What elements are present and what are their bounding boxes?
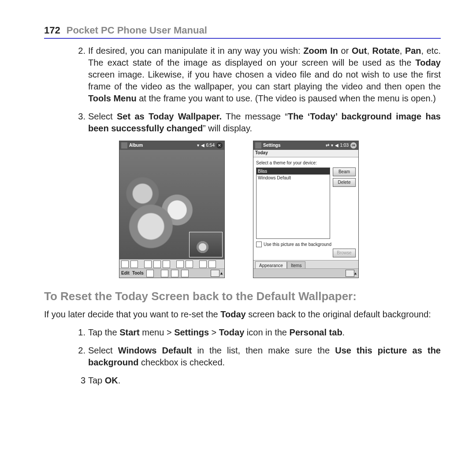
step-text: Tap OK.	[88, 375, 441, 387]
rotate-icon[interactable]	[176, 260, 184, 268]
manual-title: Pocket PC Phone User Manual	[67, 25, 207, 36]
close-icon[interactable]: ✕	[216, 142, 223, 149]
page-number: 172	[44, 25, 60, 36]
settings-titlebar: Settings ⇄ ▾ ◀ 1:03 ok	[253, 141, 358, 150]
theme-label: Select a theme for your device:	[256, 160, 356, 166]
keyboard-icon[interactable]	[211, 270, 219, 277]
reset-step-3: 3 Tap OK.	[44, 375, 441, 387]
step-text: Select Windows Default in the list, then…	[88, 345, 441, 368]
clock-text: 1:03	[340, 142, 349, 149]
play-icon[interactable]	[199, 260, 207, 268]
signal-icon: ▾	[197, 142, 199, 149]
theme-list[interactable]: Bliss Windows Default	[256, 167, 330, 239]
speaker-icon: ◀	[335, 142, 338, 149]
step-number: 1.	[44, 327, 88, 338]
speaker-icon: ◀	[201, 142, 205, 149]
tab-appearance[interactable]: Appearance	[255, 261, 287, 269]
screenshot-settings: Settings ⇄ ▾ ◀ 1:03 ok Today Select a th…	[253, 141, 359, 278]
keyboard-icon[interactable]	[346, 270, 354, 277]
album-toolbar	[119, 259, 224, 268]
step-number: 3.	[44, 111, 88, 134]
browse-button: Browse	[333, 249, 356, 257]
settings-bottombar: ▴	[253, 268, 358, 278]
slideshow-icon[interactable]	[171, 270, 178, 277]
step-number: 2.	[44, 345, 88, 368]
section-heading: To Reset the Today Screen back to the De…	[44, 289, 441, 304]
tab-items[interactable]: Items	[287, 261, 305, 269]
delete-button[interactable]: Delete	[333, 178, 356, 187]
ok-button[interactable]: ok	[350, 142, 357, 149]
info-icon[interactable]	[181, 270, 189, 277]
zoom-out-icon[interactable]	[153, 260, 161, 268]
screenshot-album: Album ▾ ◀ 6:54 ✕	[119, 141, 225, 278]
step-text: Tap the Start menu > Settings > Today ic…	[88, 327, 441, 338]
reset-step-2: 2. Select Windows Default in the list, t…	[44, 345, 441, 368]
settings-subtitle: Today	[253, 150, 358, 157]
list-item[interactable]: Bliss	[257, 168, 330, 175]
start-icon[interactable]	[255, 142, 261, 149]
album-title: Album	[129, 142, 195, 149]
album-menubar: Edit Tools ▴	[119, 268, 224, 278]
settings-tabs: Appearance Items	[253, 260, 358, 268]
edit-menu[interactable]: Edit	[121, 270, 130, 276]
checkbox-icon[interactable]	[256, 242, 262, 247]
thumb-icon[interactable]	[186, 260, 193, 268]
step-number: 3	[44, 375, 88, 387]
step-text: Select Set as Today Wallpaper. The messa…	[88, 111, 441, 134]
start-icon[interactable]	[121, 142, 127, 149]
reset-step-1: 1. Tap the Start menu > Settings > Today…	[44, 327, 441, 338]
page-header: 172 Pocket PC Phone User Manual	[44, 25, 441, 39]
zoom-in-icon[interactable]	[144, 260, 152, 268]
sync-icon: ⇄	[326, 142, 329, 149]
beam-button[interactable]: Beam	[333, 167, 356, 176]
checkbox-label: Use this picture as the background	[264, 242, 331, 248]
screenshots-row: Album ▾ ◀ 6:54 ✕	[119, 141, 441, 278]
prev-icon[interactable]	[121, 260, 129, 268]
step-number: 2.	[44, 45, 88, 104]
background-checkbox[interactable]: Use this picture as the background	[256, 242, 356, 248]
pause-icon[interactable]	[208, 260, 216, 268]
intro-paragraph: If you later decide that you want to re-…	[44, 309, 441, 320]
step-text: If desired, you can manipulate it in any…	[88, 45, 441, 104]
album-titlebar: Album ▾ ◀ 6:54 ✕	[119, 141, 224, 150]
next-icon[interactable]	[130, 260, 138, 268]
settings-panel: Select a theme for your device: Bliss Wi…	[253, 157, 358, 260]
up-icon[interactable]	[146, 270, 154, 277]
settings-title: Settings	[263, 142, 324, 149]
clock-text: 6:54	[206, 142, 215, 149]
tools-menu[interactable]: Tools	[132, 270, 144, 276]
step-3: 3. Select Set as Today Wallpaper. The me…	[44, 111, 441, 134]
signal-icon: ▾	[331, 142, 333, 149]
zoom-fit-icon[interactable]	[163, 260, 170, 268]
list-item[interactable]: Windows Default	[257, 175, 330, 182]
album-photo[interactable]	[119, 150, 224, 259]
step-2: 2. If desired, you can manipulate it in …	[44, 45, 441, 104]
grid-icon[interactable]	[161, 270, 168, 277]
